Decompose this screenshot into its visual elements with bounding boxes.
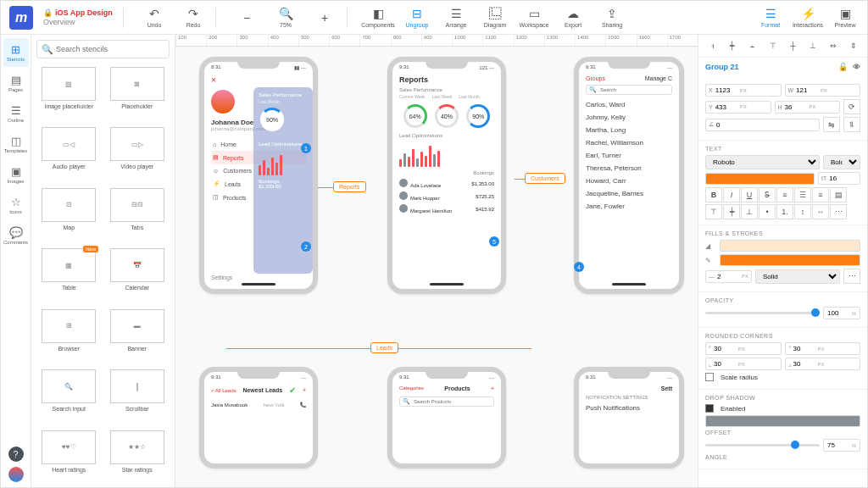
stroke-width-input[interactable]: —PX [705,270,752,283]
align-center-h-icon[interactable]: ┿ [726,38,739,53]
text-align-center-icon[interactable]: ☰ [794,187,811,202]
underline-icon[interactable]: U [741,187,758,202]
corner-bl-input[interactable]: ⌞PX [705,358,782,370]
weight-select[interactable]: Bold [823,155,860,169]
letter-spacing-icon[interactable]: ↔ [812,204,829,219]
rail-templates[interactable]: ◫Templates [3,130,29,158]
stencil-item[interactable]: ▦NewTable [36,247,102,303]
undo-button[interactable]: ↶Undo [136,3,173,33]
stencil-item[interactable]: 📅Calendar [105,247,170,303]
stencil-item[interactable]: ▭◁Audio player [36,125,102,182]
stencil-item[interactable]: ⊡Map [36,186,102,243]
selection-name[interactable]: Group 21 [705,63,739,71]
rail-icons[interactable]: ☆Icons [3,191,29,219]
corner-br-input[interactable]: ⌟PX [785,358,861,370]
diagram-button[interactable]: ⿺Diagram [476,3,514,33]
stroke-style-select[interactable]: Solid [755,269,840,284]
valign-bot-icon[interactable]: ⊥ [741,204,758,219]
font-size-input[interactable]: tT [818,172,860,185]
text-align-left-icon[interactable]: ≡ [776,187,793,202]
export-button[interactable]: ☁Export [554,3,592,33]
link-dimensions-icon[interactable]: ⟳ [843,99,860,114]
y-input[interactable]: YPX [705,101,771,114]
ungroup-button[interactable]: ⊟Ungroup [398,3,436,33]
artboard-customers[interactable]: 9:31⋯ GroupsManage C 🔍 Carlos, WardJohnn… [574,57,684,294]
arrange-button[interactable]: ☰Arrange [437,3,475,33]
stroke-options-icon[interactable]: ⋯ [843,269,860,284]
stencil-item[interactable]: ║Scrollbar [105,368,170,424]
font-select[interactable]: Roboto [705,155,820,169]
stroke-swatch[interactable] [720,254,860,266]
stencil-item[interactable]: ▨Image placeholder [36,65,102,122]
text-justify-icon[interactable]: ▤ [830,187,847,202]
artboard-menu[interactable]: 8:31▮▮ ⋯ × Johanna Doe johanna@company.c… [199,57,318,294]
stencil-search-input[interactable] [36,40,170,58]
rail-comments[interactable]: 💬Comments [3,221,29,250]
align-bottom-icon[interactable]: ⊥ [806,38,820,53]
visibility-icon[interactable]: 👁 [853,63,860,71]
rotation-input[interactable]: ∠ [705,119,820,131]
align-right-icon[interactable]: ⫠ [746,38,760,53]
offset-slider[interactable] [705,444,820,446]
align-top-icon[interactable]: ⊤ [766,38,780,53]
artboard-reports[interactable]: 9:31121 ⋯ Reports Sales Performance Curr… [387,57,506,294]
scale-radius-checkbox[interactable] [705,373,714,381]
artboard-products[interactable]: 9:31⋯ CategoriesProducts+ 🔍 [387,367,506,469]
flip-v-icon[interactable]: ⥮ [843,117,860,132]
corner-tl-input[interactable]: ⌜PX [705,342,782,355]
distribute-h-icon[interactable]: ⇔ [826,38,840,53]
stencil-item[interactable]: ▬Banner [105,308,170,364]
align-left-icon[interactable]: ⫞ [705,38,719,53]
format-tab[interactable]: ☰Format [752,3,789,33]
artboard-settings[interactable]: 9:31⋯ Sett NOTIFICATION SETTINGS Push No… [574,367,684,469]
stencil-item[interactable]: ⊠Placeholder [105,65,170,122]
rail-images[interactable]: ▣Images [3,160,29,189]
components-button[interactable]: ◧Components [359,3,397,33]
app-logo[interactable]: m [9,6,33,30]
canvas[interactable]: 1002003004005006007008009001000110012001… [175,35,698,487]
valign-top-icon[interactable]: ⊤ [705,204,722,219]
stencil-item[interactable]: ♥♥♡Heart ratings [36,429,102,485]
bold-icon[interactable]: B [705,187,722,202]
distribute-v-icon[interactable]: ⇕ [847,38,860,53]
list-bullet-icon[interactable]: • [759,204,776,219]
lock-icon[interactable]: 🔓 [838,63,848,71]
zoom-in-button[interactable]: + [306,3,343,33]
h-input[interactable]: HPX [775,101,841,114]
stencil-item[interactable]: ▭▷Video player [105,125,170,182]
stencil-item[interactable]: ⊟⊟Tabs [105,186,170,243]
opacity-slider[interactable] [705,312,820,314]
interactions-tab[interactable]: ⚡Interactions [789,3,826,33]
corner-tr-input[interactable]: ⌝PX [785,342,861,355]
line-height-icon[interactable]: ↕ [794,204,811,219]
flip-h-icon[interactable]: ⇋ [823,117,840,132]
w-input[interactable]: WPX [785,84,861,97]
shadow-color-swatch[interactable] [705,415,860,427]
sharing-button[interactable]: ⇪Sharing [593,3,631,33]
shadow-enabled-checkbox[interactable] [705,404,714,413]
text-align-right-icon[interactable]: ≡ [812,187,829,202]
strike-icon[interactable]: S̶ [759,187,776,202]
italic-icon[interactable]: I [723,187,740,202]
redo-button[interactable]: ↷Redo [175,3,212,33]
rail-outline[interactable]: ☰Outline [3,99,29,128]
x-input[interactable]: XPX [705,84,782,97]
opacity-input[interactable]: % [823,307,860,319]
align-middle-icon[interactable]: ┼ [786,38,799,53]
stencil-item[interactable]: ★★☆Star ratings [105,429,170,485]
breadcrumb[interactable]: 🔒iOS App Design Overview [43,8,120,27]
rail-stencils[interactable]: ⊞Stencils [3,38,29,67]
preview-tab[interactable]: ▣Preview [826,3,864,33]
rail-pages[interactable]: ▤Pages [3,69,29,97]
artboard-leads[interactable]: 9:31⋯ < All LeadsNewest Leads✔+ Jasia Mu… [199,367,318,469]
valign-mid-icon[interactable]: ┿ [723,204,740,219]
help-button[interactable]: ? [8,446,24,462]
zoom-level[interactable]: 🔍75% [267,3,304,33]
flow-label-customers[interactable]: Customers [525,173,565,184]
workspace-button[interactable]: ▭Workspace [515,3,553,33]
stencil-item[interactable]: 🔍Search input [36,368,102,424]
text-color-swatch[interactable] [705,173,815,185]
more-text-icon[interactable]: ⋯ [830,204,847,219]
fill-swatch[interactable] [720,240,860,252]
user-avatar[interactable] [8,467,24,482]
